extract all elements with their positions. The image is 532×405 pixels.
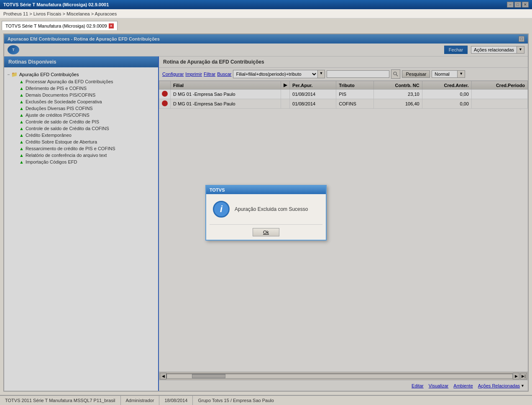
- breadcrumb: Protheus 11 > Livros Fiscais > Miscelane…: [3, 11, 117, 16]
- status-center: Administrador: [121, 396, 160, 405]
- tab-label: TOTVS Série T Manufatura (Microsiga) 02.…: [5, 23, 107, 28]
- dialog-info-icon: i: [213, 201, 230, 218]
- inner-window: Apuracao Efd Contribuicoes - Rotina de A…: [3, 33, 529, 392]
- status-right: Grupo Totvs 15 / Empresa Sao Paulo: [193, 396, 532, 405]
- status-date: 18/08/2014: [159, 396, 193, 405]
- tab-bar: TOTVS Série T Manufatura (Microsiga) 02.…: [0, 18, 532, 30]
- status-left: TOTVS 2011 Série T Manufatura MSSQL7 P11…: [0, 396, 121, 405]
- menu-bar: Protheus 11 > Livros Fiscais > Miscelane…: [0, 9, 532, 18]
- window-title: TOTVS Série T Manufatura (Microsiga) 02.…: [3, 2, 109, 7]
- window-controls: – □ ✕: [507, 2, 529, 8]
- dialog-footer: Ok: [206, 225, 326, 240]
- dialog-body: i Apuração Excluida com Sucesso: [206, 194, 326, 224]
- close-button[interactable]: ✕: [522, 2, 529, 8]
- maximize-button[interactable]: □: [514, 2, 521, 8]
- minimize-button[interactable]: –: [507, 2, 514, 8]
- tab-close-button[interactable]: ✕: [109, 23, 114, 28]
- status-bar: TOTVS 2011 Série T Manufatura MSSQL7 P11…: [0, 395, 532, 405]
- dialog: TOTVS i Apuração Excluida com Sucesso Ok: [205, 185, 327, 241]
- dialog-message: Apuração Excluida com Sucesso: [235, 206, 308, 212]
- main-tab[interactable]: TOTVS Série T Manufatura (Microsiga) 02.…: [2, 21, 118, 30]
- title-bar: TOTVS Série T Manufatura (Microsiga) 02.…: [0, 0, 532, 9]
- dialog-title-bar: TOTVS: [206, 186, 326, 194]
- main-content: Apuracao Efd Contribuicoes - Rotina de A…: [0, 30, 532, 395]
- dialog-overlay: TOTVS i Apuração Excluida com Sucesso Ok: [4, 34, 528, 391]
- ok-button[interactable]: Ok: [253, 228, 279, 236]
